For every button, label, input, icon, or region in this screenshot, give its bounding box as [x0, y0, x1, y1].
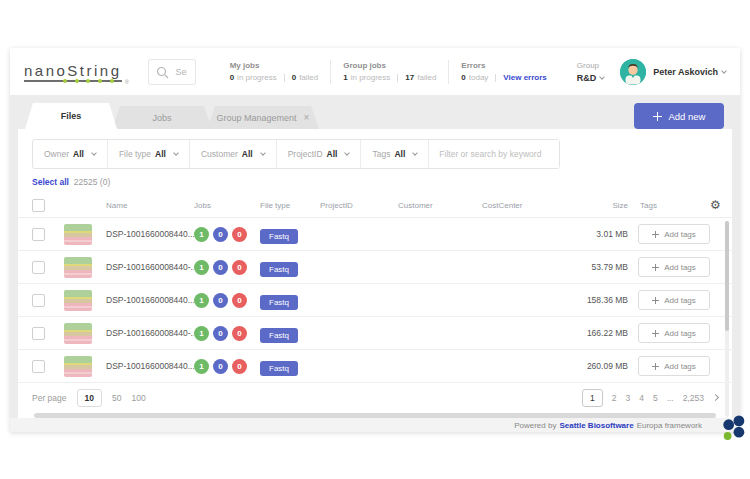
- jobs-success-badge[interactable]: 1: [194, 359, 209, 374]
- jobs-success-badge[interactable]: 1: [194, 260, 209, 275]
- file-thumbnail[interactable]: [64, 257, 92, 278]
- tab-group-management[interactable]: Group Management ×: [207, 106, 319, 129]
- file-size: 53.79 MB: [568, 262, 628, 272]
- jobs-badges: 1 0 0: [194, 293, 260, 308]
- page-2[interactable]: 2: [612, 393, 617, 403]
- vertical-scrollbar-track[interactable]: [725, 221, 729, 417]
- row-checkbox[interactable]: [32, 327, 45, 340]
- add-new-button[interactable]: Add new: [634, 103, 724, 129]
- plus-icon: [652, 363, 659, 370]
- add-tags-button[interactable]: Add tags: [638, 356, 710, 376]
- add-tags-button[interactable]: Add tags: [638, 257, 710, 277]
- per-page-50[interactable]: 50: [112, 393, 121, 403]
- files-panel: Owner All File type All Customer All Pro…: [18, 129, 732, 418]
- col-name: Name: [106, 201, 194, 210]
- page-last[interactable]: 2,253: [683, 393, 704, 403]
- file-thumbnail[interactable]: [64, 224, 92, 245]
- add-tags-button[interactable]: Add tags: [638, 323, 710, 343]
- filetype-filter-dropdown[interactable]: File type All: [108, 140, 190, 168]
- table-row: DSP-1001660008440... 1 0 0 Fastq 260.09 …: [18, 350, 732, 383]
- tab-jobs[interactable]: Jobs: [112, 106, 212, 129]
- top-header: nanoString ® My jobs 0 in progress 0 fai…: [10, 48, 740, 95]
- projectid-filter-dropdown[interactable]: ProjectID All: [277, 140, 362, 168]
- file-type-chip[interactable]: Fastq: [260, 295, 298, 310]
- select-all-link[interactable]: Select all: [32, 177, 69, 187]
- page-4[interactable]: 4: [639, 393, 644, 403]
- stat-group-jobs: Group jobs 1 in progress 17 failed: [331, 61, 448, 82]
- framework-text: Europa framework: [637, 421, 702, 430]
- jobs-failed-badge[interactable]: 0: [232, 227, 247, 242]
- col-cost-center: CostCenter: [482, 201, 568, 210]
- customer-filter-dropdown[interactable]: Customer All: [190, 140, 277, 168]
- add-tags-button[interactable]: Add tags: [638, 224, 710, 244]
- file-size: 166.22 MB: [568, 328, 628, 338]
- file-name[interactable]: DSP-1001660008440...: [106, 295, 194, 305]
- file-type-chip[interactable]: Fastq: [260, 229, 298, 244]
- table-row: DSP-1001660008440-... 1 0 0 Fastq 166.22…: [18, 317, 732, 350]
- settings-gear-icon[interactable]: ⚙: [710, 199, 732, 211]
- user-menu[interactable]: Peter Askovich: [653, 67, 726, 77]
- chevron-down-icon: [412, 150, 418, 156]
- per-page-10[interactable]: 10: [77, 389, 102, 407]
- jobs-failed-badge[interactable]: 0: [232, 326, 247, 341]
- row-checkbox[interactable]: [32, 294, 45, 307]
- row-checkbox[interactable]: [32, 261, 45, 274]
- view-errors-link[interactable]: View errors: [503, 73, 546, 82]
- per-page-100[interactable]: 100: [131, 393, 145, 403]
- col-size: Size: [568, 201, 628, 210]
- table-row: DSP-1001660008440... 1 0 0 Fastq 3.01 MB…: [18, 218, 732, 251]
- file-name[interactable]: DSP-1001660008440-...: [106, 328, 194, 338]
- keyword-filter-input[interactable]: [429, 140, 559, 168]
- jobs-failed-badge[interactable]: 0: [232, 260, 247, 275]
- file-name[interactable]: DSP-1001660008440-...: [106, 262, 194, 272]
- jobs-badges: 1 0 0: [194, 326, 260, 341]
- jobs-success-badge[interactable]: 1: [194, 326, 209, 341]
- tags-filter-dropdown[interactable]: Tags All: [361, 140, 429, 168]
- file-type-chip[interactable]: Fastq: [260, 328, 298, 343]
- select-all-count: 22525 (0): [74, 177, 110, 187]
- seattle-biosoftware-link[interactable]: Seattle Biosoftware: [559, 421, 633, 430]
- owner-filter-dropdown[interactable]: Owner All: [33, 140, 108, 168]
- jobs-running-badge[interactable]: 0: [213, 260, 228, 275]
- tab-bar: Files Jobs Group Management × Add new: [18, 103, 732, 129]
- tab-files[interactable]: Files: [25, 103, 117, 129]
- file-type-chip[interactable]: Fastq: [260, 361, 298, 376]
- jobs-success-badge[interactable]: 1: [194, 227, 209, 242]
- jobs-success-badge[interactable]: 1: [194, 293, 209, 308]
- next-page-icon[interactable]: [712, 394, 719, 401]
- page-5[interactable]: 5: [653, 393, 658, 403]
- table-row: DSP-1001660008440... 1 0 0 Fastq 158.36 …: [18, 284, 732, 317]
- jobs-running-badge[interactable]: 0: [213, 359, 228, 374]
- jobs-failed-badge[interactable]: 0: [232, 293, 247, 308]
- jobs-failed-badge[interactable]: 0: [232, 359, 247, 374]
- file-name[interactable]: DSP-1001660008440...: [106, 229, 194, 239]
- jobs-running-badge[interactable]: 0: [213, 227, 228, 242]
- file-name[interactable]: DSP-1001660008440...: [106, 361, 194, 371]
- group-value: R&D: [577, 73, 597, 83]
- logo-text: nanoString: [24, 62, 122, 79]
- row-checkbox[interactable]: [32, 228, 45, 241]
- select-all-checkbox[interactable]: [32, 199, 45, 212]
- user-avatar[interactable]: [620, 59, 646, 85]
- vertical-scrollbar-thumb[interactable]: [725, 221, 729, 331]
- jobs-running-badge[interactable]: 0: [213, 326, 228, 341]
- add-tags-button[interactable]: Add tags: [638, 290, 710, 310]
- file-thumbnail[interactable]: [64, 323, 92, 344]
- file-thumbnail[interactable]: [64, 290, 92, 311]
- close-icon[interactable]: ×: [304, 112, 310, 123]
- jobs-running-badge[interactable]: 0: [213, 293, 228, 308]
- stat-errors: Errors 0 today View errors: [449, 61, 558, 82]
- page-1[interactable]: 1: [582, 389, 603, 407]
- divider: [495, 74, 496, 82]
- chevron-down-icon: [721, 68, 727, 74]
- content-area: Files Jobs Group Management × Add new Ow…: [10, 95, 740, 418]
- file-thumbnail[interactable]: [64, 356, 92, 377]
- group-selector[interactable]: Group R&D: [577, 61, 605, 83]
- registered-trademark: ®: [125, 79, 129, 85]
- row-checkbox[interactable]: [32, 360, 45, 373]
- col-project-id: ProjectID: [320, 201, 398, 210]
- file-type-chip[interactable]: Fastq: [260, 262, 298, 277]
- my-jobs-in-progress-count: 0: [230, 73, 234, 82]
- nanostring-logo[interactable]: nanoString ®: [24, 62, 122, 82]
- page-3[interactable]: 3: [625, 393, 630, 403]
